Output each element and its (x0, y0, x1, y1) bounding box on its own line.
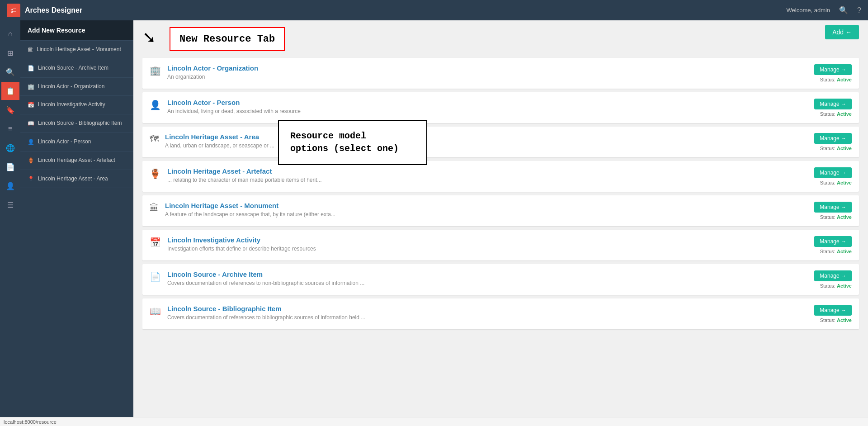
card-content-2: Lincoln Heritage Asset - Area A land, ur… (165, 133, 814, 149)
resource-card-0: 🏢 Lincoln Actor - Organization An organi… (142, 58, 859, 89)
sidebar-list[interactable]: ≡ (1, 120, 19, 138)
card-actions-2: Manage → Status: Active (814, 133, 852, 151)
organization-icon: 🏢 (28, 83, 34, 91)
status-text-1: Status: Active (820, 111, 852, 117)
icon-sidebar: ⌂ ⊞ 🔍 📋 🔖 ≡ 🌐 📄 👤 ☰ (0, 20, 20, 426)
manage-button-1[interactable]: Manage → (814, 99, 852, 109)
dropdown-item-area[interactable]: 📍 Lincoln Heritage Asset - Area (20, 170, 133, 189)
card-icon-7: 📖 (150, 306, 161, 317)
add-new-resource-header[interactable]: Add New Resource (20, 20, 133, 41)
card-icon-2: 🗺 (150, 134, 159, 144)
add-button-container: Add ← (825, 25, 859, 39)
dropdown-item-label-investigation: Lincoln Investigative Activity (38, 101, 105, 109)
investigation-icon: 📅 (28, 101, 34, 109)
resource-card-2: 🗺 Lincoln Heritage Asset - Area A land, … (142, 127, 859, 157)
status-text-7: Status: Active (820, 317, 852, 323)
card-desc-7: Covers documentation of references to bi… (167, 314, 814, 321)
status-text-4: Status: Active (820, 214, 852, 220)
status-active-5: Active (837, 249, 852, 254)
sidebar-bookmark[interactable]: 🔖 (1, 101, 19, 119)
status-active-7: Active (837, 317, 852, 323)
card-actions-7: Manage → Status: Active (814, 305, 852, 323)
status-text-5: Status: Active (820, 249, 852, 254)
dropdown-item-bibliographic[interactable]: 📖 Lincoln Source - Bibliographic Item (20, 114, 133, 133)
card-actions-5: Manage → Status: Active (814, 236, 852, 254)
sidebar-globe[interactable]: 🌐 (1, 139, 19, 157)
card-content-5: Lincoln Investigative Activity Investiga… (167, 236, 814, 252)
card-desc-1: An individual, living or dead, associate… (167, 108, 814, 114)
card-content-1: Lincoln Actor - Person An individual, li… (167, 99, 814, 114)
card-title-5: Lincoln Investigative Activity (167, 236, 814, 244)
card-content-6: Lincoln Source - Archive Item Covers doc… (167, 270, 814, 286)
dropdown-item-archive[interactable]: 📄 Lincoln Source - Archive Item (20, 59, 133, 78)
welcome-text: Welcome, admin (787, 7, 830, 14)
dropdown-item-label-archive: Lincoln Source - Archive Item (38, 64, 108, 72)
card-title-7: Lincoln Source - Bibliographic Item (167, 305, 814, 312)
sidebar-grid[interactable]: ⊞ (1, 44, 19, 62)
card-content-7: Lincoln Source - Bibliographic Item Cove… (167, 305, 814, 321)
manage-button-2[interactable]: Manage → (814, 133, 852, 144)
card-icon-4: 🏛 (150, 203, 159, 213)
tab-label: New Resource Tab (179, 33, 275, 45)
dropdown-item-investigation[interactable]: 📅 Lincoln Investigative Activity (20, 96, 133, 114)
dropdown-item-monument[interactable]: 🏛 Lincoln Heritage Asset - Monument (20, 41, 133, 59)
add-button[interactable]: Add ← (825, 25, 859, 39)
resource-list: 🏢 Lincoln Actor - Organization An organi… (142, 58, 859, 329)
manage-button-7[interactable]: Manage → (814, 305, 852, 316)
sidebar-menu[interactable]: ☰ (1, 196, 19, 214)
sidebar-home[interactable]: ⌂ (1, 25, 19, 43)
dropdown-item-label-bibliographic: Lincoln Source - Bibliographic Item (38, 119, 122, 127)
card-actions-3: Manage → Status: Active (814, 167, 852, 185)
sidebar-search[interactable]: 🔍 (1, 63, 19, 81)
card-icon-0: 🏢 (150, 65, 161, 76)
dropdown-item-label-artefact: Lincoln Heritage Asset - Artefact (38, 156, 115, 164)
status-bar: localhost:8000/resource (0, 417, 868, 426)
resource-card-4: 🏛 Lincoln Heritage Asset - Monument A fe… (142, 195, 859, 226)
dropdown-item-label-monument: Lincoln Heritage Asset - Monument (37, 46, 121, 53)
bibliographic-icon: 📖 (28, 120, 34, 128)
manage-button-4[interactable]: Manage → (814, 202, 852, 213)
artefact-icon: 🏺 (28, 157, 34, 165)
status-text-3: Status: Active (820, 180, 852, 185)
dropdown-item-label-area: Lincoln Heritage Asset - Area (38, 175, 108, 183)
navbar: 🏷 Arches Designer Welcome, admin 🔍 ? (0, 0, 868, 20)
resource-card-3: 🏺 Lincoln Heritage Asset - Artefact ... … (142, 161, 859, 192)
resource-card-6: 📄 Lincoln Source - Archive Item Covers d… (142, 264, 859, 295)
card-desc-6: Covers documentation of references to no… (167, 280, 814, 286)
card-actions-1: Manage → Status: Active (814, 99, 852, 117)
card-content-0: Lincoln Actor - Organization An organiza… (167, 64, 814, 80)
status-active-0: Active (837, 77, 852, 82)
brand-icon: 🏷 (7, 4, 20, 17)
sidebar-report[interactable]: 📄 (1, 158, 19, 176)
archive-icon: 📄 (28, 65, 34, 72)
manage-button-5[interactable]: Manage → (814, 236, 852, 247)
card-icon-6: 📄 (150, 271, 161, 282)
dropdown-item-artefact[interactable]: 🏺 Lincoln Heritage Asset - Artefact (20, 151, 133, 170)
dropdown-item-label-organization: Lincoln Actor - Organization (38, 83, 104, 90)
manage-button-3[interactable]: Manage → (814, 167, 852, 178)
resource-model-callout: Resource model options (select one) (278, 120, 427, 165)
dropdown-item-organization[interactable]: 🏢 Lincoln Actor - Organization (20, 78, 133, 96)
card-title-3: Lincoln Heritage Asset - Artefact (167, 167, 814, 175)
card-content-3: Lincoln Heritage Asset - Artefact ... re… (167, 167, 814, 183)
card-title-1: Lincoln Actor - Person (167, 99, 814, 106)
annotation-area: ➘ New Resource Tab (142, 27, 859, 51)
card-desc-4: A feature of the landscape or seascape t… (165, 211, 814, 218)
card-desc-2: A land, urban or landscape, or seascape … (165, 142, 814, 149)
resource-card-5: 📅 Lincoln Investigative Activity Investi… (142, 230, 859, 260)
manage-button-6[interactable]: Manage → (814, 270, 852, 281)
manage-button-0[interactable]: Manage → (814, 64, 852, 75)
callout-line1: Resource model (290, 130, 415, 142)
status-active-3: Active (837, 180, 852, 185)
card-title-6: Lincoln Source - Archive Item (167, 270, 814, 278)
main-layout: ⌂ ⊞ 🔍 📋 🔖 ≡ 🌐 📄 👤 ☰ Add New Resource 🏛 L… (0, 20, 868, 426)
dropdown-item-person[interactable]: 👤 Lincoln Actor - Person (20, 133, 133, 151)
sidebar-resource[interactable]: 📋 (1, 82, 19, 100)
card-icon-1: 👤 (150, 99, 161, 110)
status-text-0: Status: Active (820, 77, 852, 82)
sidebar-user[interactable]: 👤 (1, 177, 19, 195)
help-icon[interactable]: ? (857, 6, 861, 14)
search-nav-icon[interactable]: 🔍 (839, 6, 848, 14)
monument-icon: 🏛 (28, 46, 33, 54)
content-area: ➘ New Resource Tab Add ← Resource model … (133, 20, 868, 426)
